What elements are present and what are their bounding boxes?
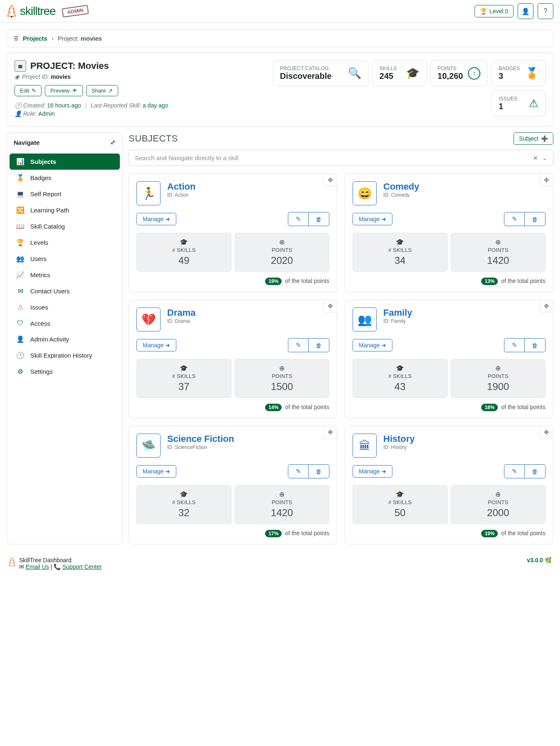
manage-button[interactable]: Manage ➜	[136, 465, 176, 478]
edit-subject-button[interactable]: ✎	[504, 464, 525, 478]
user-menu-button[interactable]: 👤	[518, 3, 533, 19]
nav-item-label: Skill Catalog	[30, 223, 65, 230]
drag-handle-icon[interactable]: ✥	[324, 426, 337, 439]
drag-handle-icon[interactable]: ✥	[540, 174, 553, 186]
stat-catalog: PROJECT CATALOGDiscoverable 🔍	[273, 60, 368, 86]
points-stat: ⊕ POINTS 1500	[235, 359, 330, 398]
sidebar-item-skill-expiration-history[interactable]: 🕐Skill Expiration History	[10, 347, 120, 363]
sidebar-item-settings[interactable]: ⚙Settings	[10, 363, 120, 380]
manage-button[interactable]: Manage ➜	[353, 213, 392, 225]
points-stat: ⊕ POINTS 1420	[451, 233, 546, 272]
footer-support-link[interactable]: Support Center	[62, 563, 102, 570]
sidebar-item-levels[interactable]: 🏆Levels	[10, 234, 120, 251]
nav-item-icon: 🛡	[16, 319, 24, 327]
edit-subject-button[interactable]: ✎	[288, 464, 309, 478]
points-stat: ⊕ POINTS 1420	[235, 485, 330, 524]
skill-search[interactable]: ✕ ⌄	[129, 150, 553, 166]
edit-subject-button[interactable]: ✎	[504, 338, 525, 352]
subject-title[interactable]: Action	[167, 181, 195, 192]
drag-handle-icon[interactable]: ✥	[324, 300, 337, 312]
subject-card-sciencefiction: ✥ 🛸 Science Fiction ID: ScienceFiction M…	[129, 426, 337, 544]
project-title: ≣ PROJECT: Movies	[15, 60, 266, 72]
pct-summary: 17% of the total points	[136, 530, 329, 536]
level-button[interactable]: 🏆 Level 0	[475, 5, 514, 17]
sidebar-nav: Navigate ⤢ 📊Subjects🏅Badges💻Self Report🔀…	[7, 132, 123, 544]
subject-title[interactable]: Family	[383, 307, 412, 318]
sidebar-item-skill-catalog[interactable]: 📖Skill Catalog	[10, 218, 120, 234]
subject-title[interactable]: Drama	[167, 307, 195, 318]
sidebar-item-contact-users[interactable]: ✉Contact Users	[10, 283, 120, 299]
points-stat: ⊕ POINTS 2000	[451, 485, 546, 524]
footer-email-link[interactable]: Email Us	[26, 563, 49, 570]
nav-item-icon: 📈	[16, 271, 24, 279]
graduation-cap-icon: 🎓	[358, 490, 442, 498]
nav-item-icon: 🏅	[16, 174, 24, 182]
nav-item-label: Metrics	[30, 271, 50, 278]
search-input[interactable]	[135, 154, 529, 161]
arrow-up-circle-icon: ⊕	[456, 238, 541, 246]
nav-item-label: Users	[30, 255, 46, 262]
sidebar-item-subjects[interactable]: 📊Subjects	[10, 154, 120, 170]
manage-button[interactable]: Manage ➜	[136, 213, 176, 225]
sidebar-item-access[interactable]: 🛡Access	[10, 315, 120, 331]
nav-item-icon: 📊	[16, 158, 24, 166]
delete-subject-button[interactable]: 🗑	[525, 212, 545, 226]
sidebar-item-metrics[interactable]: 📈Metrics	[10, 267, 120, 283]
graduation-cap-icon: 🎓	[142, 364, 226, 372]
graduation-cap-icon: 🎓	[142, 238, 226, 246]
nav-item-icon: ✉	[16, 287, 24, 295]
drag-handle-icon[interactable]: ✥	[540, 426, 553, 439]
version: v3.0.0 🌿	[527, 557, 552, 570]
footer: SkillTree Dashboard ✉ Email Us | 📞 Suppo…	[0, 551, 560, 576]
edit-subject-button[interactable]: ✎	[288, 212, 309, 226]
nav-item-icon: 📖	[16, 222, 24, 230]
breadcrumb-root[interactable]: Projects	[23, 35, 47, 42]
arrow-up-circle-icon: ⊕	[240, 238, 324, 246]
chevron-right-icon: ›	[51, 35, 54, 42]
manage-button[interactable]: Manage ➜	[353, 339, 392, 351]
delete-subject-button[interactable]: 🗑	[309, 464, 329, 478]
footer-logo-icon	[8, 557, 16, 568]
share-button[interactable]: Share ⇗	[86, 85, 119, 96]
add-subject-button[interactable]: Subject ➕	[514, 132, 553, 145]
graduation-cap-icon: 🎓	[358, 238, 442, 246]
subject-title[interactable]: Comedy	[383, 181, 419, 192]
warning-icon: ⚠	[529, 97, 538, 110]
chevron-down-icon[interactable]: ⌄	[542, 155, 547, 161]
edit-subject-button[interactable]: ✎	[504, 212, 525, 226]
sidebar-item-admin-activity[interactable]: 👤Admin Activity	[10, 331, 120, 347]
svg-rect-0	[11, 16, 12, 17]
sidebar-item-users[interactable]: 👥Users	[10, 251, 120, 267]
drag-handle-icon[interactable]: ✥	[540, 300, 553, 312]
edit-subject-button[interactable]: ✎	[288, 338, 309, 352]
section-title: SUBJECTS	[129, 133, 178, 144]
subject-title[interactable]: Science Fiction	[167, 434, 234, 444]
clear-icon[interactable]: ✕	[533, 155, 538, 161]
subject-id: ID: Action	[167, 192, 195, 198]
created-meta: 🕐 Created: 16 hours ago | Last Reported …	[15, 102, 266, 109]
drag-handle-icon[interactable]: ✥	[324, 174, 337, 186]
delete-subject-button[interactable]: 🗑	[309, 338, 329, 352]
manage-button[interactable]: Manage ➜	[136, 339, 176, 351]
points-stat: ⊕ POINTS 2020	[235, 233, 330, 272]
delete-subject-button[interactable]: 🗑	[525, 338, 545, 352]
preview-button[interactable]: Preview 👁	[45, 85, 83, 96]
subject-title[interactable]: History	[383, 434, 415, 444]
sidebar-item-badges[interactable]: 🏅Badges	[10, 170, 120, 186]
project-id: ◉ Project ID: movies	[15, 73, 266, 80]
sidebar-item-learning-path[interactable]: 🔀Learning Path	[10, 202, 120, 218]
edit-button[interactable]: Edit ✎	[15, 85, 41, 96]
skills-stat: 🎓 # SKILLS 32	[136, 485, 231, 524]
nav-item-icon: 🔀	[16, 206, 24, 214]
delete-subject-button[interactable]: 🗑	[525, 464, 545, 478]
logo[interactable]: skilltree ADMIN	[7, 5, 88, 18]
sidebar-item-issues[interactable]: ⚠Issues	[10, 299, 120, 315]
delete-subject-button[interactable]: 🗑	[309, 212, 329, 226]
skills-stat: 🎓 # SKILLS 37	[136, 359, 231, 398]
nav-item-label: Levels	[30, 239, 48, 246]
help-button[interactable]: ?	[538, 3, 553, 19]
manage-button[interactable]: Manage ➜	[353, 465, 392, 478]
sidebar-item-self-report[interactable]: 💻Self Report	[10, 186, 120, 202]
subject-card-comedy: ✥ 😄 Comedy ID: Comedy Manage ➜ ✎ 🗑 🎓 # S…	[345, 173, 553, 292]
collapse-icon[interactable]: ⤢	[110, 139, 116, 146]
